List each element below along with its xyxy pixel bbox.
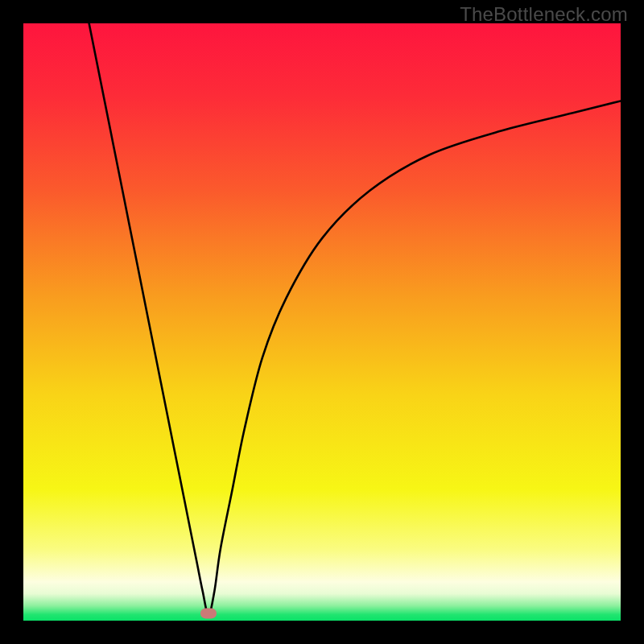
optimum-marker [200,609,217,619]
gradient-background [23,23,621,621]
watermark-text: TheBottleneck.com [460,3,628,26]
chart-svg [23,23,621,621]
chart-frame: TheBottleneck.com [0,0,644,644]
plot-area [23,23,621,621]
